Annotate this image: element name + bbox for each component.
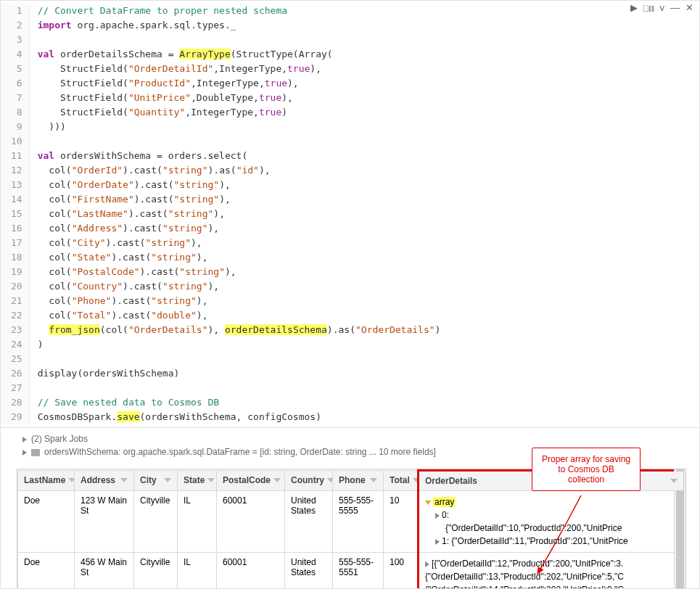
cell-lastname: Doe xyxy=(18,491,75,553)
cell-total: 100 xyxy=(384,553,419,590)
run-icon[interactable]: ▶ xyxy=(630,2,638,13)
minimize-icon[interactable]: — xyxy=(670,2,680,13)
sort-icon xyxy=(207,478,215,482)
column-header-lastname[interactable]: LastName xyxy=(18,471,75,491)
cell-country: United States xyxy=(285,491,333,553)
column-header-address[interactable]: Address xyxy=(75,471,134,491)
sort-icon xyxy=(413,478,419,482)
table-row: Doe123 W Main StCityvilleIL60001United S… xyxy=(18,491,685,553)
column-header-country[interactable]: Country xyxy=(285,471,333,491)
sort-icon xyxy=(120,478,128,482)
column-header-city[interactable]: City xyxy=(134,471,178,491)
chevron-right-icon[interactable] xyxy=(435,539,440,545)
chevron-right-icon[interactable] xyxy=(435,513,440,519)
table-icon xyxy=(31,449,40,456)
cell-phone: 555-555-5551 xyxy=(333,553,384,590)
sort-icon xyxy=(164,478,171,482)
cell-postalcode: 60001 xyxy=(217,491,285,553)
code-editor[interactable]: 1234567891011121314151617181920212223242… xyxy=(1,1,699,427)
cell-lastname: Doe xyxy=(18,553,75,590)
cell-toolbar: ▶ ⎕⫿⫿ v — ✕ xyxy=(630,2,694,13)
cell-total: 10 xyxy=(384,491,419,553)
cell-orderdetails[interactable]: array0:{"OrderDetailId":10,"ProductId":2… xyxy=(419,491,685,553)
column-header-phone[interactable]: Phone xyxy=(333,471,384,491)
sort-icon xyxy=(670,479,678,483)
column-header-postalcode[interactable]: PostalCode xyxy=(217,471,285,491)
cell-city: Cityville xyxy=(134,553,178,590)
triangle-right-icon xyxy=(22,437,27,442)
sort-icon xyxy=(273,478,281,482)
dropdown-icon[interactable]: v xyxy=(660,2,665,13)
cell-orderdetails[interactable]: [{"OrderDetailId":12,"ProductId":200,"Un… xyxy=(419,553,685,590)
column-header-total[interactable]: Total xyxy=(384,471,419,491)
annotation-callout: Proper array for saving to Cosmos DB col… xyxy=(532,448,641,491)
cell-city: Cityville xyxy=(134,491,178,553)
cell-address: 456 W Main St xyxy=(75,553,134,590)
chevron-right-icon[interactable] xyxy=(425,561,429,567)
cell-state: IL xyxy=(178,553,217,590)
jobs-expander[interactable]: (2) Spark Jobs xyxy=(22,434,685,444)
cell-phone: 555-555-5555 xyxy=(333,491,384,553)
chart-icon[interactable]: ⎕⫿⫿ xyxy=(643,4,654,12)
code-cell: ▶ ⎕⫿⫿ v — ✕ 1234567891011121314151617181… xyxy=(1,1,699,428)
chevron-down-icon[interactable] xyxy=(425,501,431,505)
column-header-state[interactable]: State xyxy=(178,471,217,491)
close-icon[interactable]: ✕ xyxy=(685,2,693,13)
sort-icon xyxy=(370,478,377,482)
sort-icon xyxy=(327,478,333,482)
sort-icon xyxy=(68,478,74,482)
triangle-right-icon xyxy=(22,450,27,456)
cell-postalcode: 60001 xyxy=(217,553,285,590)
cell-state: IL xyxy=(178,491,217,553)
table-row: Doe456 W Main StCityvilleIL60001United S… xyxy=(18,553,685,590)
cell-address: 123 W Main St xyxy=(75,491,134,553)
cell-country: United States xyxy=(285,553,333,590)
